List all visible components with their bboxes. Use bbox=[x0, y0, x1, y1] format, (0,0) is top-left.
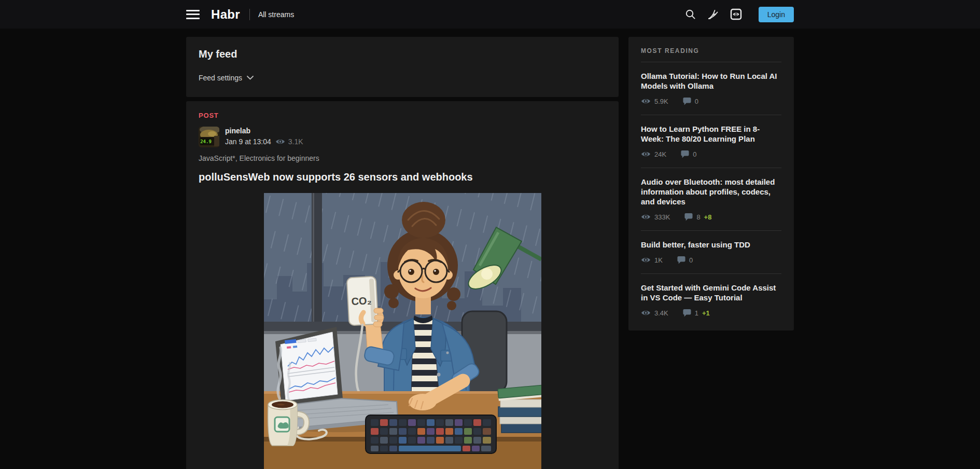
stream-selector[interactable]: All streams bbox=[258, 10, 294, 19]
post-timestamp: Jan 9 at 13:04 bbox=[225, 137, 271, 146]
login-button[interactable]: Login bbox=[759, 7, 794, 22]
comments-stat[interactable]: 8 +8 bbox=[684, 213, 711, 221]
feed-settings-toggle[interactable]: Feed settings bbox=[199, 74, 254, 82]
article-link[interactable]: Audio over Bluetooth: most detailed info… bbox=[641, 177, 781, 206]
views-stat: 5.9K bbox=[641, 98, 668, 105]
new-comments-count: +1 bbox=[702, 309, 710, 317]
comment-icon bbox=[677, 256, 685, 264]
most-reading-title: MOST READING bbox=[641, 47, 781, 62]
eye-icon bbox=[641, 213, 651, 220]
views-count: 5.9K bbox=[654, 98, 668, 105]
eye-icon bbox=[641, 309, 651, 316]
my-feed-card: My feed Feed settings bbox=[186, 37, 619, 97]
article-link[interactable]: Ollama Tutorial: How to Run Local AI Mod… bbox=[641, 71, 781, 91]
comments-count: 8 bbox=[696, 213, 700, 221]
views-count: 3.4K bbox=[654, 309, 668, 317]
menu-icon[interactable] bbox=[186, 10, 200, 19]
comment-icon bbox=[684, 213, 693, 221]
post-type-badge: POST bbox=[199, 112, 606, 119]
article-link[interactable]: How to Learn Python FREE in 8-Week: The … bbox=[641, 124, 781, 144]
hub-list: JavaScript*, Electronics for beginners bbox=[199, 154, 606, 162]
post-title[interactable]: polluSensWeb now supports 26 sensors and… bbox=[199, 171, 606, 183]
co2-device-label: CO₂ bbox=[351, 295, 372, 307]
avatar-lcd-reading: 24.9 bbox=[200, 139, 212, 144]
post-card: POST 24.9 pinelab bbox=[186, 101, 619, 469]
comment-icon bbox=[683, 97, 691, 105]
eye-icon bbox=[641, 256, 651, 264]
most-reading-item: Get Started with Gemini Code Assist in V… bbox=[641, 274, 781, 326]
comments-stat[interactable]: 1 +1 bbox=[683, 309, 710, 317]
most-reading-item: How to Learn Python FREE in 8-Week: The … bbox=[641, 115, 781, 168]
top-header: Habr All streams Login bbox=[0, 0, 980, 29]
comments-stat[interactable]: 0 bbox=[677, 256, 693, 264]
comments-count: 1 bbox=[695, 309, 698, 317]
views-stat: 3.4K bbox=[641, 309, 668, 317]
views-count: 3.1K bbox=[288, 137, 303, 146]
views-count: 1K bbox=[654, 256, 663, 264]
write-pen-icon[interactable] bbox=[707, 8, 720, 21]
views-stat: 1K bbox=[641, 256, 663, 264]
appearance-eye-icon[interactable] bbox=[730, 8, 743, 21]
comments-count: 0 bbox=[693, 150, 696, 158]
most-reading-widget: MOST READING Ollama Tutorial: How to Run… bbox=[628, 37, 794, 330]
comment-icon bbox=[683, 309, 691, 317]
comment-icon bbox=[681, 150, 689, 158]
views-stat: 333K bbox=[641, 213, 670, 221]
eye-icon bbox=[641, 150, 651, 158]
comments-stat[interactable]: 0 bbox=[681, 150, 696, 158]
chevron-down-icon bbox=[247, 76, 254, 80]
feed-settings-label: Feed settings bbox=[199, 74, 242, 82]
comments-stat[interactable]: 0 bbox=[683, 97, 698, 105]
most-reading-item: Audio over Bluetooth: most detailed info… bbox=[641, 168, 781, 231]
author-username[interactable]: pinelab bbox=[225, 127, 303, 135]
most-reading-item: Build better, faster using TDD 1K 0 bbox=[641, 231, 781, 274]
views-count: 24K bbox=[654, 150, 666, 158]
new-comments-count: +8 bbox=[704, 213, 712, 221]
hub-separator: , bbox=[235, 154, 240, 162]
habr-logo[interactable]: Habr bbox=[211, 7, 240, 22]
article-link[interactable]: Get Started with Gemini Code Assist in V… bbox=[641, 283, 781, 302]
comments-count: 0 bbox=[689, 256, 693, 264]
views-stat: 24K bbox=[641, 150, 666, 158]
eye-icon bbox=[641, 98, 651, 105]
article-link[interactable]: Build better, faster using TDD bbox=[641, 240, 781, 250]
page-title: My feed bbox=[199, 48, 606, 60]
hub-link[interactable]: Electronics for beginners bbox=[240, 154, 319, 162]
comments-count: 0 bbox=[695, 98, 698, 105]
search-icon[interactable] bbox=[684, 8, 697, 21]
author-avatar[interactable]: 24.9 bbox=[199, 127, 219, 147]
post-views: 3.1K bbox=[275, 137, 303, 146]
post-illustration: CO₂ bbox=[264, 193, 541, 469]
views-count: 333K bbox=[654, 213, 670, 221]
most-reading-item: Ollama Tutorial: How to Run Local AI Mod… bbox=[641, 62, 781, 115]
hub-link[interactable]: JavaScript* bbox=[199, 154, 235, 162]
eye-icon bbox=[275, 138, 285, 145]
header-divider bbox=[249, 9, 250, 20]
